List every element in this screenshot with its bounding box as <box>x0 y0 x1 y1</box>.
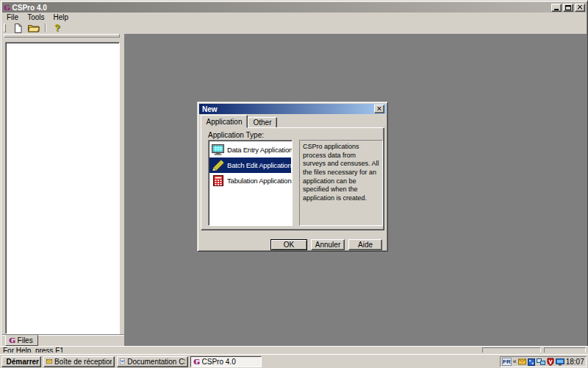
maximize-icon <box>565 5 571 10</box>
help-icon: ? <box>54 24 60 32</box>
tray-antivirus-icon[interactable] <box>547 358 554 366</box>
menu-bar: File Tools Help <box>2 13 587 22</box>
ok-button[interactable]: OK <box>270 239 307 250</box>
task-button-cspro[interactable]: G CSPro 4.0 <box>190 356 262 367</box>
list-item-label: Tabulation Application <box>227 177 292 185</box>
tray-chevron[interactable]: « <box>513 358 517 365</box>
desktop: G CSPro 4.0 File Tools Help ? <box>0 0 588 368</box>
dialog-titlebar[interactable]: New <box>199 104 386 114</box>
status-bar: For Help, press F1 <box>0 346 588 354</box>
cspro-files-icon: G <box>9 336 15 344</box>
cspro-app-icon: G <box>4 4 10 12</box>
toolbar-separator <box>45 24 46 32</box>
start-button[interactable]: Démarrer <box>1 356 41 367</box>
tray-network-icon[interactable] <box>537 358 545 366</box>
files-pane: G Files <box>2 34 124 347</box>
window-titlebar[interactable]: G CSPro 4.0 <box>2 2 587 13</box>
dialog-close-button[interactable] <box>374 105 384 113</box>
application-type-label: Application Type: <box>208 131 264 139</box>
pane-splitter-handle[interactable] <box>4 34 120 38</box>
cspro-logo-icon: G <box>193 358 200 366</box>
data-entry-monitor-icon <box>209 144 227 155</box>
tray-windows-icon[interactable] <box>528 358 535 366</box>
application-type-listbox[interactable]: Data Entry Application Batch Edit Applic… <box>208 140 293 226</box>
list-item-batch-edit[interactable]: Batch Edit Application <box>209 158 291 173</box>
application-description-panel: CSPro applications process data from sur… <box>299 140 383 226</box>
system-tray: FR « 18:07 <box>500 356 587 367</box>
menu-tools[interactable]: Tools <box>23 13 49 22</box>
new-file-button[interactable] <box>10 23 25 34</box>
tab-files-label: Files <box>18 336 33 344</box>
start-button-label: Démarrer <box>7 358 39 366</box>
tray-mail-icon[interactable] <box>518 358 526 365</box>
tabulation-grid-icon <box>209 175 227 186</box>
word-document-icon <box>120 357 125 366</box>
list-item-data-entry[interactable]: Data Entry Application <box>209 142 291 158</box>
task-button-label: Documentation CSPRO v... <box>127 358 185 366</box>
dialog-title: New <box>202 105 218 113</box>
taskbar: Démarrer Boîte de réception - Micr... Do… <box>0 354 588 368</box>
tab-other-label: Other <box>253 118 271 127</box>
list-item-label: Data Entry Application <box>227 146 293 154</box>
pane-tab-strip: G Files <box>2 334 124 347</box>
application-tab-page: Application Type: Data Entry Application… <box>201 127 384 230</box>
status-message: For Help, press F1 <box>3 347 64 355</box>
file-tree-panel[interactable] <box>5 42 120 334</box>
dialog-button-row: OK Annuler Aide <box>198 239 386 250</box>
list-item-tabulation[interactable]: Tabulation Application <box>209 173 291 188</box>
new-dialog: New Application Other Application Type: … <box>197 102 388 252</box>
minimize-icon <box>554 9 559 10</box>
open-folder-icon <box>28 24 40 32</box>
batch-edit-pencil-icon <box>209 160 227 171</box>
application-description-text: CSPro applications process data from sur… <box>303 143 379 202</box>
tab-application-label: Application <box>207 118 243 126</box>
tray-display-icon[interactable] <box>556 358 564 366</box>
tab-other[interactable]: Other <box>248 117 277 128</box>
open-file-button[interactable] <box>26 23 41 34</box>
close-button[interactable] <box>575 4 585 12</box>
cancel-button[interactable]: Annuler <box>311 239 345 250</box>
new-document-icon <box>14 24 22 33</box>
inbox-icon <box>46 358 52 365</box>
maximize-button[interactable] <box>563 4 573 12</box>
toolbar-gripper[interactable] <box>4 24 6 32</box>
menu-help[interactable]: Help <box>49 13 73 22</box>
status-panel-1 <box>482 347 541 353</box>
task-button-inbox[interactable]: Boîte de réception - Micr... <box>43 356 115 367</box>
window-title: CSPro 4.0 <box>12 4 47 12</box>
clock[interactable]: 18:07 <box>566 358 584 366</box>
task-button-label: Boîte de réception - Micr... <box>54 358 112 366</box>
toolbar: ? <box>2 22 587 34</box>
list-item-label: Batch Edit Application <box>227 161 292 169</box>
status-panel-2 <box>544 347 586 353</box>
dialog-close-icon <box>377 107 381 111</box>
task-button-label: CSPro 4.0 <box>202 358 236 366</box>
windows-flag-icon <box>4 358 5 366</box>
close-icon <box>577 4 583 10</box>
help-dialog-button[interactable]: Aide <box>348 239 382 250</box>
task-button-documentation[interactable]: Documentation CSPRO v... <box>117 356 188 367</box>
tab-files[interactable]: G Files <box>5 335 38 346</box>
tab-application[interactable]: Application <box>201 115 248 128</box>
language-indicator[interactable]: FR <box>502 358 512 366</box>
menu-file[interactable]: File <box>2 13 23 22</box>
help-button[interactable]: ? <box>50 23 65 34</box>
minimize-button[interactable] <box>551 4 562 12</box>
